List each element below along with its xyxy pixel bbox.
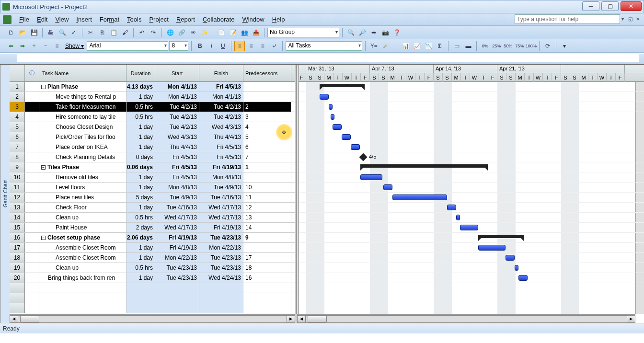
menu-tools[interactable]: Tools bbox=[123, 14, 145, 25]
publish-icon[interactable]: 📤 bbox=[251, 27, 261, 38]
summary-bar[interactable] bbox=[478, 235, 524, 238]
task-name-cell[interactable]: Move things to Rental p bbox=[39, 92, 126, 102]
start-cell[interactable]: Fri 4/5/13 bbox=[155, 172, 199, 182]
print-preview-icon[interactable]: 🔍 bbox=[57, 27, 68, 38]
row-number[interactable]: 2 bbox=[10, 92, 25, 102]
task-bar[interactable] bbox=[456, 215, 460, 220]
col-duration[interactable]: Duration bbox=[126, 65, 155, 81]
menu-edit[interactable]: Edit bbox=[33, 14, 51, 25]
day-header[interactable]: T bbox=[415, 73, 425, 82]
task-bar[interactable] bbox=[392, 194, 447, 200]
finish-cell[interactable]: Fri 4/5/13 bbox=[199, 152, 243, 162]
duration-cell[interactable]: 1 day bbox=[126, 183, 155, 192]
week-header[interactable]: Apr 7, '13 bbox=[370, 65, 434, 73]
gantt-row[interactable] bbox=[297, 142, 644, 152]
week-header[interactable]: Apr 14, '13 bbox=[434, 65, 497, 73]
task-row[interactable]: 11Level floors1 dayMon 4/8/13Tue 4/9/131… bbox=[10, 183, 295, 193]
row-number[interactable]: 12 bbox=[10, 193, 25, 202]
zoom-out-icon[interactable]: 🔎 bbox=[357, 27, 368, 38]
duration-cell[interactable]: 0.06 days bbox=[126, 162, 155, 172]
predecessors-cell[interactable] bbox=[243, 92, 291, 102]
day-header[interactable]: M bbox=[579, 73, 588, 82]
day-header[interactable]: F bbox=[616, 73, 625, 82]
task-name-cell[interactable]: Paint House bbox=[39, 223, 126, 232]
font-size-combo[interactable]: 8 bbox=[169, 41, 188, 51]
task-row[interactable]: 2Move things to Rental p1 dayMon 4/1/13M… bbox=[10, 92, 295, 102]
day-header[interactable]: F bbox=[552, 73, 561, 82]
row-number[interactable]: 1 bbox=[10, 82, 25, 91]
task-row[interactable]: 17Assemble Closet Room1 dayFri 4/19/13Mo… bbox=[10, 243, 295, 253]
task-name-cell[interactable]: Hire someone to lay tile bbox=[39, 112, 126, 122]
duration-cell[interactable]: 2.06 days bbox=[126, 233, 155, 242]
copy-picture-icon[interactable]: 📷 bbox=[380, 27, 391, 38]
predecessors-cell[interactable]: 3 bbox=[243, 112, 291, 122]
predecessors-cell[interactable]: 13 bbox=[243, 213, 291, 222]
row-number[interactable]: 8 bbox=[10, 152, 25, 162]
start-cell[interactable]: Wed 4/17/13 bbox=[155, 223, 199, 232]
task-row[interactable]: 18Assemble Closet Room1 dayMon 4/22/13Tu… bbox=[10, 253, 295, 263]
start-cell[interactable]: Mon 4/8/13 bbox=[155, 183, 199, 192]
menu-collaborate[interactable]: Collaborate bbox=[199, 14, 239, 25]
autofilter-icon[interactable]: Y= bbox=[368, 41, 379, 51]
tracking3-icon[interactable]: 📉 bbox=[423, 41, 434, 51]
print-icon[interactable]: 🖶 bbox=[46, 27, 56, 38]
row-number[interactable]: 17 bbox=[10, 243, 25, 252]
predecessors-cell[interactable]: 18 bbox=[243, 263, 291, 273]
start-cell[interactable]: Tue 4/9/13 bbox=[155, 193, 199, 202]
finish-cell[interactable]: Wed 4/24/13 bbox=[199, 273, 243, 283]
tracking2-icon[interactable]: 📈 bbox=[412, 41, 422, 51]
week-header[interactable]: Mar 31, '13 bbox=[306, 65, 370, 73]
task-name-cell[interactable]: Level floors bbox=[39, 183, 126, 192]
spell-check-icon[interactable]: ✓ bbox=[69, 27, 79, 38]
day-header[interactable]: M bbox=[324, 73, 334, 82]
task-notes-icon[interactable]: 📝 bbox=[228, 27, 238, 38]
finish-cell[interactable]: Fri 4/5/13 bbox=[199, 142, 243, 152]
duration-cell[interactable]: 1 day bbox=[126, 92, 155, 102]
menu-help[interactable]: Help bbox=[268, 14, 289, 25]
task-name-cell[interactable]: Remove old tiles bbox=[39, 172, 126, 182]
day-header[interactable]: T bbox=[607, 73, 616, 82]
col-finish[interactable]: Finish bbox=[199, 65, 243, 81]
start-cell[interactable]: Mon 4/1/13 bbox=[155, 92, 199, 102]
indicator-cell[interactable] bbox=[25, 253, 39, 263]
menu-view[interactable]: View bbox=[51, 14, 72, 25]
gantt-row[interactable] bbox=[297, 172, 644, 183]
indicator-cell[interactable] bbox=[25, 203, 39, 212]
finish-cell[interactable]: Tue 4/9/13 bbox=[199, 183, 243, 192]
view-label[interactable]: Gantt Chart bbox=[0, 65, 10, 323]
indicator-cell[interactable] bbox=[25, 152, 39, 162]
predecessors-cell[interactable]: 10 bbox=[243, 183, 291, 192]
week-header[interactable]: Apr 21, '13 bbox=[497, 65, 561, 73]
finish-cell[interactable]: Thu 4/4/13 bbox=[199, 132, 243, 142]
day-header[interactable]: F bbox=[425, 73, 434, 82]
show-outline-button[interactable]: Show ▾ bbox=[65, 43, 84, 49]
task-bar[interactable] bbox=[360, 174, 382, 180]
predecessors-cell[interactable]: 4 bbox=[243, 122, 291, 132]
day-header[interactable]: M bbox=[452, 73, 461, 82]
task-row[interactable]: 6Pick/Order Tiles for floo1 dayWed 4/3/1… bbox=[10, 132, 295, 142]
indicator-cell[interactable] bbox=[25, 172, 39, 182]
day-header[interactable]: T bbox=[479, 73, 488, 82]
indicator-cell[interactable] bbox=[25, 92, 39, 102]
indicator-cell[interactable] bbox=[25, 102, 39, 112]
task-row-empty[interactable] bbox=[10, 293, 295, 303]
task-bar[interactable] bbox=[460, 225, 478, 230]
finish-cell[interactable]: Wed 4/17/13 bbox=[199, 213, 243, 222]
mdi-restore-icon[interactable]: ◱ bbox=[627, 15, 633, 22]
paste-icon[interactable]: 📋 bbox=[108, 27, 119, 38]
day-header[interactable]: M bbox=[516, 73, 525, 82]
pct-100-button[interactable]: 100% bbox=[526, 41, 536, 51]
day-header[interactable]: T bbox=[543, 73, 552, 82]
predecessors-cell[interactable]: 2 bbox=[243, 102, 291, 112]
finish-cell[interactable]: Tue 4/2/13 bbox=[199, 102, 243, 112]
duration-cell[interactable]: 0.5 hrs bbox=[126, 102, 155, 112]
gantt-row[interactable] bbox=[297, 203, 644, 213]
row-number[interactable]: 9 bbox=[10, 162, 25, 172]
day-header[interactable]: S bbox=[379, 73, 388, 82]
task-name-cell[interactable]: Place new tiles bbox=[39, 193, 126, 202]
indicator-cell[interactable] bbox=[25, 273, 39, 283]
day-header[interactable]: T bbox=[334, 73, 343, 82]
day-header[interactable]: F bbox=[361, 73, 370, 82]
wizard-icon[interactable]: 🪄 bbox=[380, 41, 391, 51]
bold-icon[interactable]: B bbox=[195, 41, 205, 51]
